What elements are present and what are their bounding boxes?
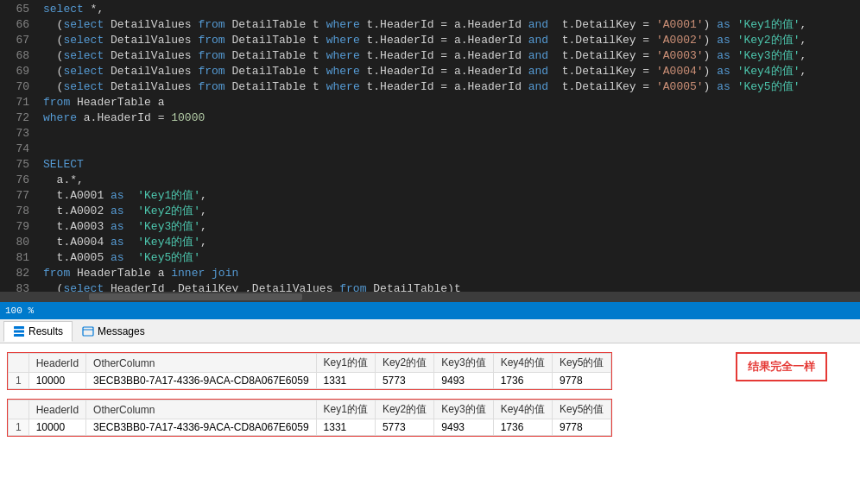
zoom-bar: 100 % <box>0 302 860 319</box>
tables-column: HeaderIdOtherColumnKey1的值Key2的值Key3的值Key… <box>7 352 612 437</box>
table-cell-5: 9493 <box>434 373 493 389</box>
tab-messages-label: Messages <box>98 325 145 337</box>
code-content[interactable]: select *, (select DetailValues from Deta… <box>36 0 860 292</box>
zoom-label: 100 % <box>5 306 34 316</box>
table-cell-6: 1736 <box>493 373 552 389</box>
result-table-1: HeaderIdOtherColumnKey1的值Key2的值Key3的值Key… <box>8 353 611 389</box>
annotation-box: 结果完全一样 <box>736 352 827 381</box>
col-header-4: Key2的值 <box>375 400 433 419</box>
table-cell-2: 3ECB3BB0-7A17-4336-9ACA-CD8A067E6059 <box>86 373 317 389</box>
line-numbers: 6566676869707172737475767778798081828384… <box>0 0 36 292</box>
col-header-4: Key2的值 <box>375 354 433 373</box>
col-header-0 <box>9 400 29 419</box>
svg-rect-3 <box>83 327 93 336</box>
col-header-2: OtherColumn <box>86 400 317 419</box>
table-cell-7: 9778 <box>553 373 611 389</box>
col-header-3: Key1的值 <box>316 354 375 373</box>
table-cell-3: 1331 <box>316 373 375 389</box>
tab-results[interactable]: Results <box>3 321 73 342</box>
col-header-3: Key1的值 <box>316 400 375 419</box>
table-cell-4: 5773 <box>375 373 433 389</box>
col-header-5: Key3的值 <box>434 400 493 419</box>
col-header-1: HeaderId <box>28 400 85 419</box>
table-cell-5: 9493 <box>434 419 493 436</box>
table-cell-0: 1 <box>9 419 29 436</box>
tab-messages[interactable]: Messages <box>73 321 155 342</box>
code-editor: 6566676869707172737475767778798081828384… <box>0 0 860 319</box>
table-cell-2: 3ECB3BB0-7A17-4336-9ACA-CD8A067E6059 <box>86 419 317 436</box>
table-cell-6: 1736 <box>493 419 552 436</box>
col-header-7: Key5的值 <box>553 400 611 419</box>
table-cell-3: 1331 <box>316 419 375 436</box>
svg-rect-2 <box>14 334 24 337</box>
table-row: 1100003ECB3BB0-7A17-4336-9ACA-CD8A067E60… <box>9 419 611 436</box>
col-header-7: Key5的值 <box>553 354 611 373</box>
tabs-bar: Results Messages <box>0 319 860 343</box>
messages-icon <box>82 325 94 337</box>
col-header-6: Key4的值 <box>493 400 552 419</box>
table-cell-1: 10000 <box>28 373 85 389</box>
svg-rect-1 <box>14 330 24 332</box>
table-cell-7: 9778 <box>553 419 611 436</box>
col-header-5: Key3的值 <box>434 354 493 373</box>
table-row: 1100003ECB3BB0-7A17-4336-9ACA-CD8A067E60… <box>9 373 611 389</box>
tab-results-label: Results <box>28 325 63 337</box>
svg-rect-0 <box>14 326 24 329</box>
col-header-1: HeaderId <box>28 354 85 373</box>
result-block-2: HeaderIdOtherColumnKey1的值Key2的值Key3的值Key… <box>7 399 612 437</box>
table-cell-4: 5773 <box>375 419 433 436</box>
result-block-1: HeaderIdOtherColumnKey1的值Key2的值Key3的值Key… <box>7 352 612 390</box>
table-cell-1: 10000 <box>28 419 85 436</box>
col-header-6: Key4的值 <box>493 354 552 373</box>
results-wrapper: HeaderIdOtherColumnKey1的值Key2的值Key3的值Key… <box>7 349 853 440</box>
result-table-2: HeaderIdOtherColumnKey1的值Key2的值Key3的值Key… <box>8 400 611 436</box>
col-header-0 <box>9 354 29 373</box>
results-icon <box>13 325 25 337</box>
table-cell-0: 1 <box>9 373 29 389</box>
col-header-2: OtherColumn <box>86 354 317 373</box>
